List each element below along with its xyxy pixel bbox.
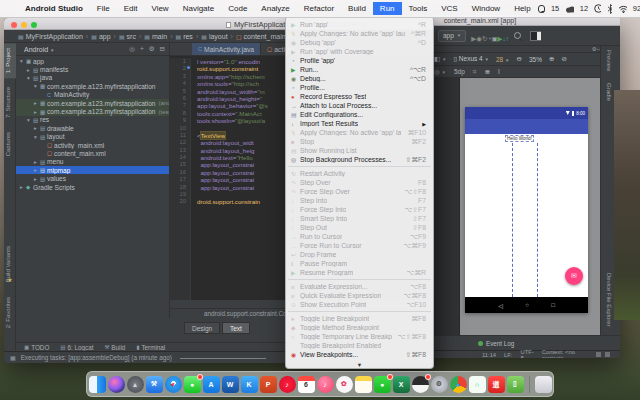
- line-ending-indicator[interactable]: LF:: [504, 352, 512, 358]
- menu-item-evaluate-expression[interactable]: ≡ Evaluate Expression... ⌥F8 ▶: [286, 282, 433, 291]
- menubar-item-run[interactable]: Run: [373, 2, 402, 15]
- dock-app-qq[interactable]: [412, 376, 429, 393]
- dock-app-chrome[interactable]: ●: [450, 376, 467, 393]
- tree-item-activity-main-xml[interactable]: ▢ activity_main.xml: [16, 141, 169, 149]
- menubar-item-vcs[interactable]: VCS: [434, 2, 464, 15]
- menu-item-profile[interactable]: ◔ Profile... ▶: [286, 83, 433, 92]
- tree-item-mainactivity[interactable]: C MainActivity: [16, 91, 169, 99]
- breadcrumb-src[interactable]: ▤ src: [111, 33, 136, 40]
- menu-item-toggle-method-breakpoint[interactable]: ◆ Toggle Method Breakpoint ▶: [286, 323, 433, 332]
- menubar-item-edit[interactable]: Edit: [117, 2, 145, 15]
- preview-content[interactable]: Hello World! ✉: [465, 134, 588, 297]
- toolwindow-toggle-icon[interactable]: ▦: [10, 354, 16, 361]
- tree-item-content-main-xml[interactable]: ▢ content_main.xml: [16, 149, 169, 157]
- menubar-item-code[interactable]: Code: [221, 2, 254, 15]
- encoding-indicator[interactable]: UTF-8: [520, 349, 533, 359]
- dock-app-youdao-dict[interactable]: 道: [488, 376, 505, 393]
- editor-tab-mainactivity-java[interactable]: C MainActivity.java: [192, 43, 261, 55]
- dock-app-calendar[interactable]: 6: [298, 376, 315, 393]
- dock-app-system-preferences[interactable]: ⚙: [431, 376, 448, 393]
- tree-item-manifests[interactable]: ▸ ▤ manifests: [16, 65, 169, 73]
- tab-design[interactable]: Design: [184, 322, 220, 334]
- panel-header-icon[interactable]: +: [140, 45, 144, 53]
- toolwindow-button-terminal[interactable]: ▮ Terminal: [136, 344, 165, 351]
- menu-item-run-app-with-coverage[interactable]: ▶ Run 'app' with Coverage ▶: [286, 47, 433, 56]
- menu-item-stop-background-processes[interactable]: ◎ Stop Background Processes... ⇧⌘F2 ▶: [286, 155, 433, 164]
- tree-item-layout[interactable]: ▾ ▤ layout: [16, 133, 169, 141]
- toolwindow-tab-preview[interactable]: Preview: [601, 46, 613, 75]
- tree-item-com-example-a123-myfirstapplication[interactable]: ▸ ▦ com.example.a123.myfirstapplication …: [16, 107, 169, 115]
- breadcrumb-myfirstapplication[interactable]: ▤ MyFirstApplication: [18, 33, 83, 40]
- toolwindow-tab-7-structure[interactable]: 7: Structure: [4, 82, 16, 123]
- toolwindow-button-build[interactable]: ⚒ Build: [104, 344, 125, 351]
- menu-item-apply-changes-no-active-app-launch[interactable]: ↯ Apply Changes: No active 'app' launch …: [286, 29, 433, 38]
- menubar-item-file[interactable]: File: [90, 2, 117, 15]
- lock-icon[interactable]: [596, 352, 601, 357]
- breadcrumb-app[interactable]: ▤ app: [83, 33, 111, 40]
- default-margin-value[interactable]: 5dp: [454, 68, 465, 75]
- menu-item-run-app[interactable]: ▶ Run 'app' ^R ▶: [286, 20, 433, 29]
- zoom-out-button[interactable]: ⊖: [516, 55, 521, 63]
- event-log-button[interactable]: Event Log: [486, 340, 514, 347]
- menu-item-attach-to-local-process[interactable]: → Attach to Local Process... ▶: [286, 101, 433, 110]
- toolwindow-tab-device-file-explorer[interactable]: Device File Explorer: [601, 269, 613, 331]
- toolwindow-tab-1-project[interactable]: 1: Project: [4, 43, 16, 78]
- bluetooth-icon[interactable]: [607, 4, 612, 14]
- run-configuration-select[interactable]: app ▼: [438, 30, 466, 42]
- project-view-select[interactable]: Android ▼: [24, 46, 55, 53]
- context-indicator[interactable]: Context: <no context>: [542, 349, 588, 359]
- menu-item-apply-changes-no-active-app-launch[interactable]: ↯ Apply Changes: No active 'app' launch …: [286, 128, 433, 137]
- menubar-item-help[interactable]: Help: [507, 2, 537, 15]
- cloud-icon[interactable]: [565, 5, 573, 13]
- menu-item-force-step-into[interactable]: ↓ Force Step Into ⌥⇧F7 ▶: [286, 205, 433, 214]
- guidelines-icon[interactable]: ≣: [484, 68, 489, 76]
- dock-app-xcode[interactable]: ⚒: [146, 376, 163, 393]
- dock-app-notes[interactable]: [355, 376, 372, 393]
- maximize-button[interactable]: [31, 22, 37, 28]
- device-select[interactable]: ▯ Nexus 4 ▼: [453, 55, 489, 63]
- menu-item-run-to-cursor[interactable]: → Run to Cursor ⌥F9 ▶: [286, 232, 433, 241]
- menu-item-toggle-breakpoint-enabled[interactable]: Toggle Breakpoint Enabled ▶: [286, 341, 433, 350]
- show-constraints-icon[interactable]: ◎ ▼: [434, 68, 446, 76]
- panel-header-icon[interactable]: ⚙: [149, 45, 155, 53]
- menu-item-record-espresso-test[interactable]: ● Record Espresso Test ▶: [286, 92, 433, 101]
- tree-item-drawable[interactable]: ▸ ▤ drawable: [16, 124, 169, 132]
- menu-item-toggle-line-breakpoint[interactable]: ● Toggle Line Breakpoint ⌘F8 ▶: [286, 314, 433, 323]
- caret-position[interactable]: 11:14: [482, 352, 496, 358]
- toolwindow-button-6-logcat[interactable]: ▤ 6: Logcat: [60, 344, 93, 351]
- menu-item-show-execution-point[interactable]: ⊙ Show Execution Point ⌥F10 ▶: [286, 300, 433, 309]
- menubar-item-refactor[interactable]: Refactor: [297, 2, 341, 15]
- minimize-button[interactable]: [21, 22, 27, 28]
- dock-app-safari[interactable]: ▸: [165, 376, 182, 393]
- clock-icon[interactable]: [594, 4, 601, 13]
- wifi-icon[interactable]: [618, 5, 626, 13]
- dock-app-siri[interactable]: [108, 376, 125, 393]
- menu-item-step-over[interactable]: ↷ Step Over F8 ▶: [286, 178, 433, 187]
- menubar-item-view[interactable]: View: [144, 2, 175, 15]
- hello-world-textview[interactable]: Hello World!: [505, 135, 534, 142]
- menu-item-show-running-list[interactable]: ▤ Show Running List ▶: [286, 146, 433, 155]
- zoom-fit-button[interactable]: ⊘: [561, 55, 566, 63]
- menubar-item-window[interactable]: Window: [465, 2, 507, 15]
- dock-app-excel[interactable]: X: [393, 376, 410, 393]
- menu-item-import-test-results[interactable]: ↓ Import Test Results ▶: [286, 119, 433, 128]
- dock-app-messages[interactable]: ●: [184, 376, 201, 393]
- breadcrumb-res[interactable]: ▤ res: [167, 33, 193, 40]
- menu-item-smart-step-into[interactable]: ↓ Smart Step Into ⇧F7 ▶: [286, 214, 433, 223]
- menu-item-edit-configurations[interactable]: ▤ Edit Configurations... ▶: [286, 110, 433, 119]
- toolwindow-tab-2-favorites[interactable]: 2: Favorites: [4, 292, 16, 333]
- menu-item-run[interactable]: ▶ Run... ^⌥R ▶: [286, 65, 433, 74]
- theme-icon[interactable]: ◧ ▼: [434, 55, 446, 63]
- chat-status-icon[interactable]: [538, 5, 545, 13]
- tree-item-com-example-a123-myfirstapplication[interactable]: ▸ ▦ com.example.a123.myfirstapplication …: [16, 99, 169, 107]
- dock-app-powerpoint[interactable]: P: [260, 376, 277, 393]
- toolbar-icon[interactable]: ↑: [506, 35, 509, 42]
- dock-app-itunes[interactable]: ♪: [317, 376, 334, 393]
- tree-item-values[interactable]: ▸ ▤ values: [16, 174, 169, 182]
- tree-item-app[interactable]: ▾ ▣ app: [16, 57, 169, 65]
- zoom-in-button[interactable]: ⊕: [549, 55, 554, 63]
- menu-item-drop-frame[interactable]: ↩ Drop Frame ▶: [286, 250, 433, 259]
- panel-header-icon[interactable]: ⊟: [160, 45, 165, 53]
- breadcrumb-layout[interactable]: ▤ layout: [193, 33, 228, 40]
- menu-item-quick-evaluate-expression[interactable]: ≡ Quick Evaluate Expression ⌥⌘F8 ▶: [286, 291, 433, 300]
